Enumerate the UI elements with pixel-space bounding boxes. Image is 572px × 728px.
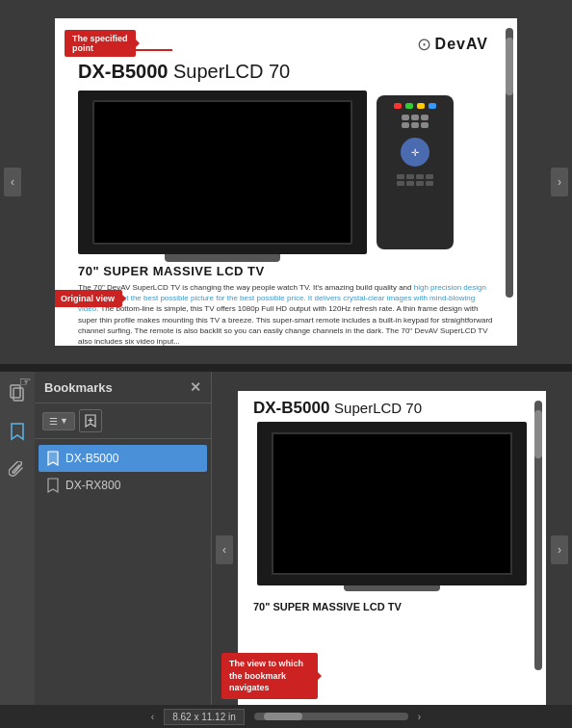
product-title-top: DX-B5000 SuperLCD 70 xyxy=(78,61,498,83)
remote-btn-yellow xyxy=(417,103,425,109)
original-view-badge: Original view xyxy=(55,290,122,307)
remote-gray-buttons xyxy=(402,115,429,128)
remote-dot4 xyxy=(426,174,433,179)
remote-btn-gray5 xyxy=(411,122,419,128)
status-size-display: 8.62 x 11.12 in xyxy=(164,709,245,725)
tv-stand-bottom xyxy=(344,585,440,591)
svg-rect-1 xyxy=(13,388,23,401)
bookmark-item-dx-b5000[interactable]: DX-B5000 ☞ xyxy=(39,445,207,472)
remote-btn-blue xyxy=(429,103,436,109)
bookmarks-list: DX-B5000 ☞ DX-RX800 xyxy=(35,439,211,728)
tv-image-top xyxy=(78,91,367,254)
remote-btn-gray2 xyxy=(411,115,419,120)
logo-text: DevAV xyxy=(435,36,488,53)
tv-stand xyxy=(165,254,280,262)
logo-circle-icon: ⊙ xyxy=(417,34,431,55)
bookmark-label-1: DX-B5000 xyxy=(65,452,118,465)
remote-dot2 xyxy=(406,174,414,179)
bookmark-icon-2 xyxy=(46,477,60,494)
status-prev-btn[interactable]: ‹ xyxy=(151,712,154,722)
images-row: ✛ xyxy=(74,91,498,254)
specified-point-badge: The specified point xyxy=(65,30,136,57)
remote-nav-circle: ✛ xyxy=(401,138,429,167)
bookmark-icon-1 xyxy=(46,450,60,467)
remote-dot7 xyxy=(416,181,424,186)
tv-headline-top: 70" SUPER MASSIVE LCD TV xyxy=(74,254,498,282)
remote-bottom-buttons xyxy=(397,174,433,186)
status-scrollbar-thumb[interactable] xyxy=(264,713,302,720)
sidebar-icon-bookmarks[interactable] xyxy=(6,420,29,443)
bookmark-item-dx-rx800[interactable]: DX-RX800 xyxy=(39,472,207,499)
scrollbar-top[interactable] xyxy=(506,28,513,298)
toolbar-list-btn[interactable]: ☰▼ xyxy=(42,412,75,430)
remote-btn-gray4 xyxy=(402,122,409,128)
bookmark-label-2: DX-RX800 xyxy=(65,479,120,492)
page-content-bottom: DX-B5000 SuperLCD 70 70" SUPER MASSIVE L… xyxy=(238,391,546,623)
status-bar: ‹ 8.62 x 11.12 in › xyxy=(0,705,572,728)
status-next-btn[interactable]: › xyxy=(418,712,421,722)
bookmarks-panel: Bookmarks ✕ ☰▼ xyxy=(35,372,211,728)
product-title-bottom: DX-B5000 SuperLCD 70 xyxy=(253,399,531,418)
main-content-bottom: ‹ DX-B5000 SuperLCD 70 70" SUPER MASSIVE… xyxy=(212,372,572,728)
nav-arrow-left-top[interactable]: ‹ xyxy=(4,168,21,196)
remote-dot5 xyxy=(397,181,404,186)
arrow-line xyxy=(134,49,172,51)
bookmarks-toolbar: ☰▼ xyxy=(35,403,211,439)
remote-btn-red xyxy=(394,103,402,109)
remote-dot6 xyxy=(406,181,414,186)
toolbar-add-bookmark-btn[interactable] xyxy=(79,409,102,432)
tv-headline-bottom: 70" SUPER MASSIVE LCD TV xyxy=(253,591,531,615)
tv-screen-bottom xyxy=(272,432,512,575)
tv-description-top: The 70" DevAV SuperLCD TV is changing th… xyxy=(74,282,498,346)
page-area-top: The specified point Original view ⊙ DevA… xyxy=(55,18,517,346)
nav-arrow-left-bottom[interactable]: ‹ xyxy=(216,535,233,564)
remote-dot8 xyxy=(426,181,433,186)
remote-btn-gray6 xyxy=(421,122,429,128)
remote-dot1 xyxy=(397,174,404,179)
tv-container xyxy=(78,91,367,254)
remote-btn-gray1 xyxy=(402,115,409,120)
tv-image-bottom-wrap xyxy=(253,422,531,585)
scrollbar-thumb-bottom[interactable] xyxy=(534,410,542,458)
sidebar: Bookmarks ✕ ☰▼ xyxy=(0,372,212,728)
close-button[interactable]: ✕ xyxy=(190,379,201,395)
bookmarks-header: Bookmarks ✕ xyxy=(35,372,211,403)
remote-btn-gray3 xyxy=(421,115,429,120)
sidebar-icon-paperclip[interactable] xyxy=(6,458,29,481)
section-divider xyxy=(0,364,572,372)
remote-control: ✛ xyxy=(377,95,454,249)
bookmarks-title: Bookmarks xyxy=(44,380,113,395)
sidebar-icons xyxy=(0,372,35,728)
remote-btn-green xyxy=(405,103,413,109)
nav-arrow-right-top[interactable]: › xyxy=(551,168,568,196)
scrollbar-bottom[interactable] xyxy=(534,401,542,670)
remote-color-buttons xyxy=(394,103,436,109)
tv-screen xyxy=(92,100,352,245)
status-scrollbar[interactable] xyxy=(254,713,408,720)
nav-arrow-right-bottom[interactable]: › xyxy=(551,535,568,564)
bottom-callout-badge: The view to which the bookmark navigates xyxy=(221,653,318,699)
scrollbar-thumb-top[interactable] xyxy=(506,38,513,95)
bottom-section: Bookmarks ✕ ☰▼ xyxy=(0,372,572,728)
remote-dot3 xyxy=(416,174,424,179)
tv-image-bottom xyxy=(257,422,527,585)
top-section: ‹ The specified point Original view ⊙ De… xyxy=(0,0,572,364)
